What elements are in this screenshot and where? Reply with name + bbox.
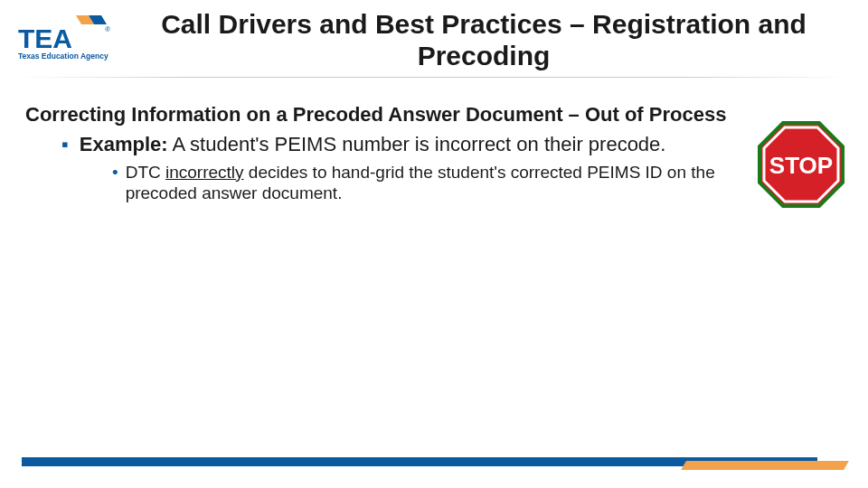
logo-reg-mark: ® <box>105 25 110 33</box>
footer-accent <box>0 457 868 472</box>
bullet-level-2: • DTC incorrectly decides to hand-grid t… <box>112 162 736 205</box>
footer-orange-bar <box>681 461 849 470</box>
bullet-l1-text: Example: A student's PEIMS number is inc… <box>80 132 666 158</box>
stop-sign-label: STOP <box>769 152 833 179</box>
square-bullet-icon: ▪ <box>61 132 69 158</box>
slide: TEA ® Texas Education Agency Call Driver… <box>0 0 868 488</box>
logo-primary-text: TEA <box>18 23 72 53</box>
tea-logo-svg: TEA ® Texas Education Agency <box>18 12 118 66</box>
bullet-l2-underlined: incorrectly <box>165 163 244 182</box>
slide-header: TEA ® Texas Education Agency Call Driver… <box>0 0 868 71</box>
slide-body: Correcting Information on a Precoded Ans… <box>0 78 868 204</box>
bullet-l2-pre: DTC <box>126 163 165 182</box>
section-heading: Correcting Information on a Precoded Ans… <box>25 103 843 127</box>
slide-title: Call Drivers and Best Practices – Regist… <box>127 9 841 71</box>
bullet-l1-lead: Example: <box>80 133 168 155</box>
logo-sub-text: Texas Education Agency <box>18 52 108 61</box>
stop-sign-icon: STOP <box>756 119 846 213</box>
bullet-l1-rest: A student's PEIMS number is incorrect on… <box>168 133 666 155</box>
title-wrap: Call Drivers and Best Practices – Regist… <box>118 9 850 71</box>
bullet-l2-text: DTC incorrectly decides to hand-grid the… <box>126 162 736 205</box>
bullet-level-1: ▪ Example: A student's PEIMS number is i… <box>61 132 843 158</box>
dot-bullet-icon: • <box>112 162 118 205</box>
tea-logo: TEA ® Texas Education Agency <box>18 12 118 70</box>
